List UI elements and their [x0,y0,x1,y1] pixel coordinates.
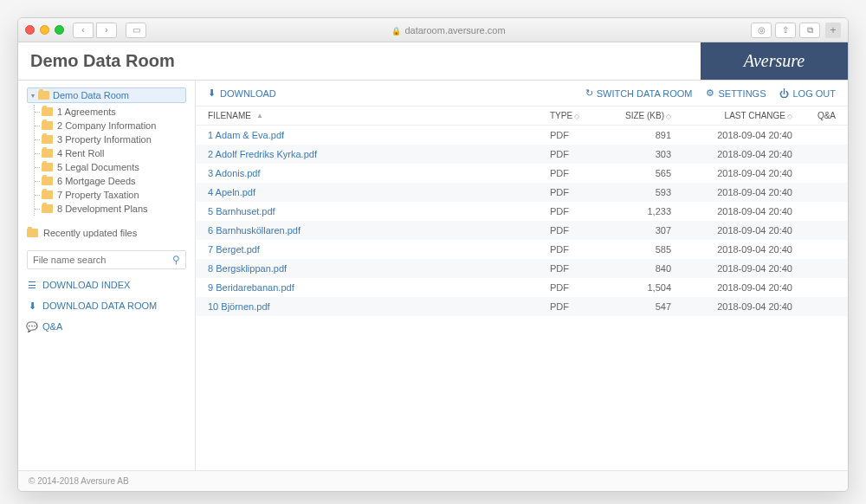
cell-filename[interactable]: 1 Adam & Eva.pdf [208,130,550,140]
tree-item[interactable]: 3 Property Information [35,132,186,146]
cell-lastchange: 2018-09-04 20:40 [671,187,801,197]
tree-item-label: 7 Property Taxation [57,190,139,200]
cell-filename[interactable]: 6 Barnhusköllaren.pdf [208,225,550,236]
lock-icon: 🔒 [391,27,401,36]
col-type[interactable]: TYPE◇ [550,111,602,120]
table-row[interactable]: 1 Adam & Eva.pdfPDF8912018-09-04 20:40 [196,126,848,145]
cell-filename[interactable]: 9 Beridarebanan.pdf [208,282,550,293]
tree-item-label: 8 Development Plans [57,204,148,214]
url-bar[interactable]: 🔒dataroom.aversure.com [157,25,740,36]
tree-item[interactable]: 5 Legal Documents [35,160,186,174]
download-index-label: DOWNLOAD INDEX [42,280,130,290]
reader-button[interactable]: ◎ [751,23,772,38]
cell-filename[interactable]: 10 Björnen.pdf [208,301,550,312]
download-room-link[interactable]: ⬇ DOWNLOAD DATA ROOM [27,300,186,311]
download-icon: ⬇ [27,300,37,311]
cell-lastchange: 2018-09-04 20:40 [671,168,801,178]
col-qa[interactable]: Q&A [801,111,836,120]
tree-item-label: 6 Mortgage Deeds [57,176,136,186]
sidebar-toggle-button[interactable]: ▭ [126,23,146,38]
table-row[interactable]: 8 Bergsklippan.pdfPDF8402018-09-04 20:40 [196,259,848,278]
sidebar-toggle-group: ▭ [126,23,146,38]
folder-icon [42,163,53,171]
folder-icon [42,177,53,185]
cell-size: 547 [602,301,671,312]
download-button[interactable]: ⬇ DOWNLOAD [208,87,276,99]
forward-button[interactable]: › [96,23,117,38]
col-size[interactable]: SIZE (KB)◇ [602,111,671,120]
cell-lastchange: 2018-09-04 20:40 [671,282,801,293]
app-body: ▾ Demo Data Room 1 Agreements 2 Company … [18,81,848,470]
chat-icon: 💬 [27,321,37,332]
cell-lastchange: 2018-09-04 20:40 [671,206,801,216]
search-input[interactable] [33,255,172,265]
search-box[interactable]: ⚲ [27,250,186,269]
titlebar-right-buttons: ◎ ⇧ ⧉ [751,23,820,38]
tree-item-label: 4 Rent Roll [57,148,104,158]
col-lastchange[interactable]: LAST CHANGE◇ [671,111,801,120]
folder-icon [42,204,53,213]
tree-item[interactable]: 4 Rent Roll [35,146,186,160]
table-row[interactable]: 4 Apeln.pdfPDF5932018-09-04 20:40 [196,183,848,202]
cell-filename[interactable]: 4 Apeln.pdf [208,187,550,197]
cell-filename[interactable]: 2 Adolf Fredriks Kyrka.pdf [208,149,550,159]
tree-item[interactable]: 1 Agreements [35,105,186,119]
back-button[interactable]: ‹ [73,23,94,38]
table-body: 1 Adam & Eva.pdfPDF8912018-09-04 20:402 … [196,126,848,316]
sort-icon: ◇ [787,113,792,120]
tabs-button[interactable]: ⧉ [799,23,820,38]
download-room-label: DOWNLOAD DATA ROOM [42,300,157,311]
close-window-button[interactable] [25,25,35,35]
tree-item[interactable]: 8 Development Plans [35,202,186,216]
maximize-window-button[interactable] [55,25,64,35]
switch-room-button[interactable]: ↻ SWITCH DATA ROOM [585,87,693,99]
gear-icon: ⚙ [706,87,714,99]
folder-icon [27,229,38,237]
switch-room-label: SWITCH DATA ROOM [597,88,693,99]
tree-item[interactable]: 6 Mortgage Deeds [35,174,186,188]
cell-type: PDF [550,130,602,140]
window-controls [25,25,64,35]
cell-size: 585 [602,244,671,255]
qa-label: Q&A [42,321,62,332]
sort-icon: ◇ [574,113,579,120]
tree-item-label: 5 Legal Documents [57,162,139,172]
logout-button[interactable]: ⏻ LOG OUT [779,88,836,99]
minimize-window-button[interactable] [40,25,49,35]
table-row[interactable]: 9 Beridarebanan.pdfPDF1,5042018-09-04 20… [196,278,848,297]
tree-item[interactable]: 2 Company Information [35,119,186,132]
tree-item-label: 2 Company Information [57,120,156,131]
cell-filename[interactable]: 8 Bergsklippan.pdf [208,263,550,274]
share-button[interactable]: ⇧ [775,23,796,38]
cell-lastchange: 2018-09-04 20:40 [671,301,801,312]
col-filename[interactable]: FILENAME▲ [208,111,550,120]
table-row[interactable]: 7 Berget.pdfPDF5852018-09-04 20:40 [196,240,848,259]
table-row[interactable]: 3 Adonis.pdfPDF5652018-09-04 20:40 [196,164,848,183]
download-index-link[interactable]: ☰ DOWNLOAD INDEX [27,280,186,290]
new-tab-button[interactable]: + [825,23,841,38]
tree-root-label: Demo Data Room [53,90,129,100]
app-header: Demo Data Room Aversure [18,42,848,81]
cell-filename[interactable]: 7 Berget.pdf [208,244,550,255]
table-row[interactable]: 10 Björnen.pdfPDF5472018-09-04 20:40 [196,297,848,316]
table-row[interactable]: 5 Barnhuset.pdfPDF1,2332018-09-04 20:40 [196,202,848,221]
logout-label: LOG OUT [792,88,836,99]
cell-filename[interactable]: 3 Adonis.pdf [208,168,550,178]
settings-button[interactable]: ⚙ SETTINGS [706,87,766,99]
toolbar: ⬇ DOWNLOAD ↻ SWITCH DATA ROOM ⚙ SETTINGS… [196,81,848,106]
search-icon[interactable]: ⚲ [172,254,180,266]
table-row[interactable]: 2 Adolf Fredriks Kyrka.pdfPDF3032018-09-… [196,145,848,164]
cell-filename[interactable]: 5 Barnhuset.pdf [208,206,550,216]
recent-files-link[interactable]: Recently updated files [27,226,186,240]
url-text: dataroom.aversure.com [404,25,505,36]
tree-item[interactable]: 7 Property Taxation [35,188,186,202]
table-row[interactable]: 6 Barnhusköllaren.pdfPDF3072018-09-04 20… [196,221,848,240]
cell-type: PDF [550,263,602,274]
cell-lastchange: 2018-09-04 20:40 [671,130,801,140]
table-header-row: FILENAME▲ TYPE◇ SIZE (KB)◇ LAST CHANGE◇ … [196,106,848,126]
qa-link[interactable]: 💬 Q&A [27,321,186,332]
list-icon: ☰ [27,280,37,290]
tree-root[interactable]: ▾ Demo Data Room [27,87,186,103]
tree-item-label: 1 Agreements [57,107,116,117]
cell-type: PDF [550,244,602,255]
